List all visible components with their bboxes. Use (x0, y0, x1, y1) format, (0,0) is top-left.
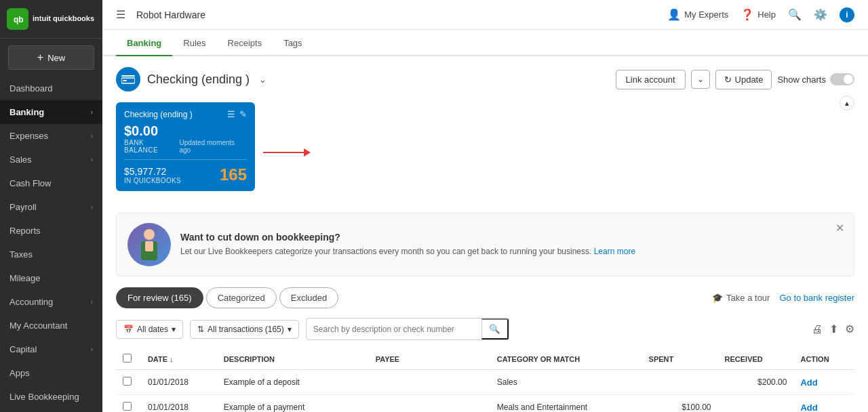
account-options-dropdown[interactable]: ⌄ (691, 70, 710, 89)
go-to-bank-register-link[interactable]: Go to bank register (779, 293, 854, 303)
tab-categorized[interactable]: Categorized (206, 287, 277, 308)
tab-for-review[interactable]: For review (165) (116, 287, 203, 308)
sidebar-item-dashboard[interactable]: Dashboard (0, 77, 102, 100)
sidebar-item-sales[interactable]: Sales › (0, 148, 102, 171)
sidebar-item-capital[interactable]: Capital › (0, 337, 102, 361)
help-button[interactable]: ❓ Help (741, 8, 776, 21)
header-date[interactable]: DATE ↓ (141, 348, 217, 370)
search-submit-button[interactable]: 🔍 (481, 318, 509, 339)
review-tabs-left: For review (165) Categorized Excluded (116, 287, 338, 308)
chevron-right-icon: › (91, 298, 93, 306)
export-icon[interactable]: ⬆ (829, 323, 838, 335)
row-spent: $100.00 (642, 395, 718, 413)
company-name: Robot Hardware (136, 9, 205, 20)
link-account-button[interactable]: Link account (616, 70, 686, 89)
bank-balance-label: BANK BALANCE (124, 139, 179, 154)
qb-amount: $5,977.72 (124, 166, 181, 177)
table-row: 01/01/2018 Example of a payment Meals an… (116, 395, 854, 413)
all-transactions-filter[interactable]: ⇅ All transactions (165) ▾ (190, 320, 299, 339)
print-icon[interactable]: 🖨 (812, 323, 823, 335)
promo-image (127, 223, 171, 266)
row-checkbox-cell (116, 395, 141, 413)
row-checkbox-cell (116, 370, 141, 395)
tab-banking[interactable]: Banking (116, 30, 172, 56)
search-icon[interactable]: 🔍 (788, 8, 802, 21)
bank-balance: $0.00 (124, 123, 247, 139)
take-tour-button[interactable]: 🎓 Take a tour (712, 293, 770, 303)
sidebar-item-expenses[interactable]: Expenses › (0, 124, 102, 148)
account-dropdown-icon[interactable]: ⌄ (259, 75, 267, 85)
filter-icons-right: 🖨 ⬆ ⚙ (812, 323, 854, 335)
card-menu-icon[interactable]: ☰ (227, 109, 235, 119)
card-edit-icon[interactable]: ✎ (239, 109, 247, 119)
sidebar-item-payroll[interactable]: Payroll › (0, 195, 102, 219)
calendar-icon: 📅 (123, 325, 134, 334)
tab-tags[interactable]: Tags (273, 30, 313, 56)
row-checkbox[interactable] (123, 377, 132, 386)
table-header-row: DATE ↓ DESCRIPTION PAYEE CATEGORY OR MAT… (116, 348, 854, 370)
filters-row: 📅 All dates ▾ ⇅ All transactions (165) ▾… (116, 318, 854, 340)
review-tabs-row: For review (165) Categorized Excluded 🎓 … (116, 287, 854, 308)
search-input[interactable] (307, 321, 481, 338)
red-arrow-icon (263, 148, 311, 157)
sidebar-item-live-bookkeeping[interactable]: Live Bookkeeping (0, 385, 102, 409)
header-spent: SPENT (642, 348, 718, 370)
header-category: CATEGORY OR MATCH (490, 348, 642, 370)
select-all-checkbox[interactable] (123, 354, 132, 363)
svg-text:qb: qb (14, 15, 24, 24)
sidebar-item-accounting[interactable]: Accounting › (0, 290, 102, 314)
updated-text: Updated moments ago (179, 139, 247, 154)
toggle-knob (844, 75, 853, 84)
table-body: 01/01/2018 Example of a deposit Sales $2… (116, 370, 854, 413)
plus-icon: + (37, 52, 43, 64)
svg-point-5 (144, 229, 155, 240)
table-settings-icon[interactable]: ⚙ (845, 323, 854, 335)
red-arrow-indicator (263, 148, 311, 157)
chevron-right-icon: › (91, 203, 93, 211)
learn-more-link[interactable]: Learn more (594, 247, 635, 256)
my-experts-button[interactable]: 👤 My Experts (667, 8, 728, 21)
chevron-right-icon: › (91, 132, 93, 140)
settings-icon[interactable]: ⚙️ (814, 8, 827, 21)
row-action: Add (793, 395, 854, 413)
card-icons: ☰ ✎ (227, 109, 247, 119)
sidebar-item-banking[interactable]: Banking › (0, 100, 102, 124)
row-received (718, 395, 794, 413)
sidebar-item-reports[interactable]: Reports (0, 219, 102, 243)
update-button[interactable]: ↻ Update (715, 70, 772, 89)
sidebar-item-my-accountant[interactable]: My Accountant (0, 314, 102, 337)
add-transaction-button[interactable]: Add (800, 403, 817, 413)
show-charts-area: Show charts (777, 73, 854, 85)
header-description: DESCRIPTION (217, 348, 369, 370)
avatar[interactable]: i (840, 7, 854, 22)
tour-icon: 🎓 (712, 293, 723, 303)
transactions-table: DATE ↓ DESCRIPTION PAYEE CATEGORY OR MAT… (116, 348, 854, 412)
chevron-down-icon: ▾ (288, 325, 292, 334)
collapse-arrow-button[interactable]: ▲ (840, 96, 854, 110)
account-icon (116, 67, 140, 91)
account-card: Checking (ending ) ☰ ✎ $0.00 BANK BALANC… (116, 102, 255, 191)
tab-excluded[interactable]: Excluded (279, 287, 338, 308)
row-checkbox[interactable] (123, 402, 132, 411)
sidebar-item-mileage[interactable]: Mileage (0, 266, 102, 290)
promo-close-button[interactable]: ✕ (835, 222, 844, 234)
header-received: RECEIVED (718, 348, 794, 370)
search-box: 🔍 (306, 318, 509, 340)
header-checkbox-cell (116, 348, 141, 370)
tab-receipts[interactable]: Receipts (217, 30, 273, 56)
table-row: 01/01/2018 Example of a deposit Sales $2… (116, 370, 854, 395)
sidebar-item-taxes[interactable]: Taxes (0, 243, 102, 266)
hamburger-icon[interactable]: ☰ (116, 8, 125, 21)
svg-rect-7 (145, 241, 153, 251)
add-transaction-button[interactable]: Add (800, 377, 817, 388)
sidebar-item-apps[interactable]: Apps (0, 361, 102, 385)
chevron-right-icon: › (91, 156, 93, 163)
sidebar-item-cashflow[interactable]: Cash Flow (0, 171, 102, 195)
new-button[interactable]: + New (8, 45, 94, 70)
show-charts-toggle[interactable] (830, 73, 854, 85)
chevron-down-icon: ▾ (172, 325, 176, 334)
svg-rect-4 (123, 80, 127, 81)
tab-rules[interactable]: Rules (172, 30, 216, 56)
promo-heading: Want to cut down on bookkeeping? (180, 232, 635, 243)
all-dates-filter[interactable]: 📅 All dates ▾ (116, 320, 183, 339)
